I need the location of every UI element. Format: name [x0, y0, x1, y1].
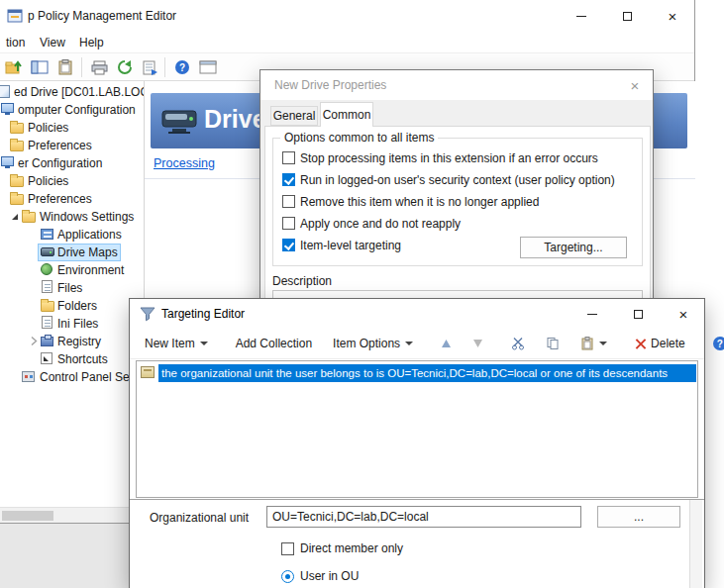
direct-member-only-checkbox[interactable]	[281, 542, 294, 555]
close-button[interactable]: ×	[650, 0, 695, 32]
checkbox-label[interactable]: Item-level targeting	[300, 239, 401, 252]
tree-item-user-configuration[interactable]: er Configuration	[0, 154, 144, 172]
toolbar-separator	[81, 57, 82, 77]
direct-member-only-label[interactable]: Direct member only	[300, 541, 403, 555]
tab-general[interactable]: General	[270, 106, 318, 126]
drive-maps-icon	[41, 247, 54, 256]
menu-help[interactable]: Help	[73, 32, 110, 53]
cut-button[interactable]	[504, 333, 532, 354]
user-in-ou-label[interactable]: User in OU	[300, 569, 359, 583]
scrollbar-thumb[interactable]	[2, 511, 53, 521]
properties-button[interactable]	[53, 55, 77, 79]
help-button[interactable]: ? Help	[706, 333, 724, 354]
titlebar[interactable]: p Policy Management Editor ×	[0, 0, 694, 32]
up-arrow-icon	[441, 339, 452, 348]
checkbox-row-stop-processing: Stop processing items in this extension …	[260, 149, 655, 167]
tree-item-ini-files[interactable]: Ini Files	[0, 315, 144, 333]
tree-item-preferences-user[interactable]: Preferences	[0, 190, 144, 208]
app-icon	[7, 8, 23, 24]
tree-item-files[interactable]: Files	[0, 279, 144, 297]
item-level-targeting-checkbox[interactable]	[282, 239, 295, 251]
applications-icon	[41, 229, 53, 240]
maximize-button[interactable]	[615, 299, 661, 329]
help-button[interactable]: ?	[170, 55, 194, 79]
console-tree-button[interactable]	[28, 55, 52, 79]
folder-icon	[10, 176, 24, 187]
dropdown-caret-icon	[405, 342, 413, 345]
dialog-close-button[interactable]: ×	[615, 70, 655, 100]
gpo-root-icon	[0, 85, 10, 98]
print-button[interactable]	[87, 55, 111, 79]
up-one-level-button[interactable]	[2, 55, 26, 79]
checkbox-label[interactable]: Apply once and do not reapply	[300, 217, 461, 231]
tree-item-environment[interactable]: Environment	[0, 261, 144, 279]
tree-item-preferences-computer[interactable]: Preferences	[0, 137, 144, 154]
new-window-button[interactable]	[196, 55, 220, 79]
targeting-button[interactable]: Targeting...	[520, 237, 627, 258]
export-list-button[interactable]	[139, 55, 162, 79]
maximize-button[interactable]	[604, 0, 650, 32]
tree-item-windows-settings[interactable]: Windows Settings	[0, 208, 144, 226]
stop-processing-checkbox[interactable]	[282, 151, 295, 164]
tree-item-folders[interactable]: Folders	[0, 297, 144, 315]
collapsed-chevron-icon[interactable]	[29, 336, 39, 346]
dialog-title: New Drive Properties	[274, 78, 386, 92]
refresh-button[interactable]	[113, 55, 137, 79]
ou-item-icon	[141, 366, 155, 378]
toolbar-separator	[164, 57, 165, 77]
tree-item-computer-configuration[interactable]: omputer Configuration	[0, 101, 144, 119]
dialog-titlebar[interactable]: Targeting Editor ×	[130, 299, 704, 329]
expanded-arrow-icon[interactable]	[10, 212, 20, 222]
move-up-button[interactable]	[434, 335, 459, 352]
browse-button[interactable]: ...	[597, 506, 680, 528]
menu-action[interactable]: tion	[0, 32, 31, 53]
item-options-button[interactable]: Item Options	[326, 333, 420, 354]
scissors-icon	[511, 337, 525, 350]
dropdown-caret-icon	[200, 342, 208, 345]
console-tree: ed Drive [DC01.LAB.LOCA omputer Configur…	[0, 81, 144, 507]
tree-item-policies-user[interactable]: Policies	[0, 172, 144, 190]
close-icon: ×	[679, 307, 688, 322]
shortcuts-icon	[41, 352, 52, 364]
new-item-button[interactable]: New Item	[138, 333, 215, 354]
checkbox-label[interactable]: Remove this item when it is no longer ap…	[300, 195, 539, 209]
tab-common[interactable]: Common	[320, 102, 373, 127]
minimize-button[interactable]	[569, 299, 615, 329]
background-area	[0, 524, 144, 588]
move-down-button[interactable]	[465, 335, 490, 352]
menu-view[interactable]: View	[34, 32, 71, 53]
remove-when-not-applied-checkbox[interactable]	[282, 195, 295, 208]
tree-item-label: ed Drive [DC01.LAB.LOCA	[14, 83, 144, 101]
targeting-items-list[interactable]: the organizational unit the user belongs…	[136, 360, 698, 498]
close-button[interactable]: ×	[661, 299, 706, 329]
tree-horizontal-scrollbar[interactable]	[0, 507, 144, 523]
tree-item-root-gpo[interactable]: ed Drive [DC01.LAB.LOCA	[0, 83, 144, 101]
help-icon: ?	[175, 60, 189, 74]
processing-link[interactable]: Processing	[154, 156, 215, 170]
run-in-user-context-checkbox[interactable]	[282, 173, 295, 186]
copy-button[interactable]	[539, 333, 567, 354]
organizational-unit-input[interactable]	[266, 506, 581, 528]
tree-item-registry[interactable]: Registry	[0, 333, 144, 350]
checkbox-label[interactable]: Stop processing items in this extension …	[300, 151, 598, 165]
tree-item-label: Drive Maps	[57, 244, 118, 261]
tree-item-applications[interactable]: Applications	[0, 226, 144, 244]
add-collection-button[interactable]: Add Collection	[229, 333, 319, 354]
tree-item-policies-computer[interactable]: Policies	[0, 119, 144, 137]
checkbox-label[interactable]: Run in logged-on user's security context…	[300, 173, 615, 187]
new-drive-properties-dialog: New Drive Properties × General Common Op…	[259, 69, 654, 307]
targeting-item-row-selected[interactable]: the organizational unit the user belongs…	[137, 364, 697, 382]
panel-vertical-scrollbar[interactable]	[689, 500, 702, 588]
delete-button[interactable]: Delete	[628, 333, 692, 354]
apply-once-checkbox[interactable]	[282, 217, 295, 230]
tree-item-drive-maps[interactable]: Drive Maps	[0, 244, 144, 261]
minimize-button[interactable]	[559, 0, 604, 32]
paste-button[interactable]	[573, 333, 614, 354]
tree-item-label: Preferences	[28, 190, 92, 208]
tree-item-shortcuts[interactable]: Shortcuts	[0, 350, 144, 368]
folder-icon	[22, 212, 36, 223]
user-in-ou-radio[interactable]	[281, 570, 294, 583]
tree-item-control-panel-settings[interactable]: Control Panel Sett	[0, 368, 144, 386]
dialog-titlebar[interactable]: New Drive Properties ×	[260, 70, 653, 100]
computer-icon	[1, 103, 14, 113]
